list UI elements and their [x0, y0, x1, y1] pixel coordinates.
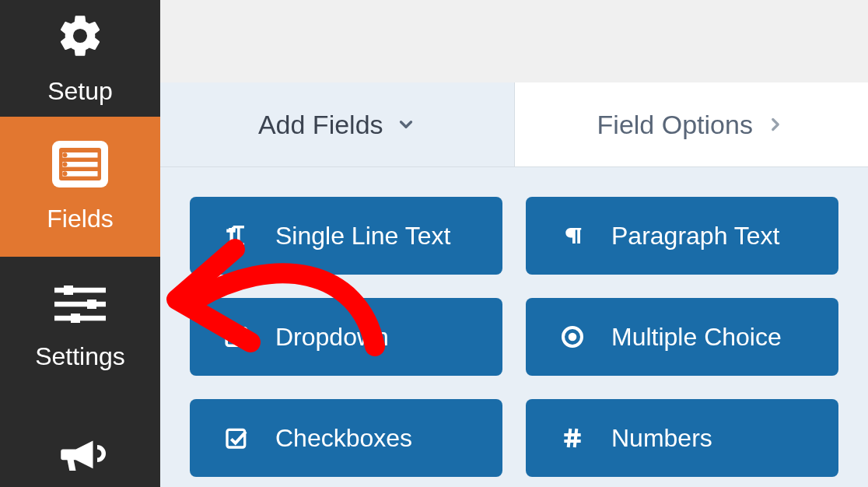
form-fields-icon: [52, 141, 108, 191]
field-single-line-text[interactable]: Single Line Text: [190, 197, 502, 275]
field-multiple-choice[interactable]: Multiple Choice: [526, 298, 838, 376]
sidebar-label-fields: Fields: [47, 205, 113, 233]
svg-rect-13: [71, 314, 80, 323]
svg-point-5: [63, 152, 68, 157]
svg-rect-2: [63, 152, 98, 158]
field-label: Multiple Choice: [611, 323, 782, 352]
sidebar-item-settings[interactable]: Settings: [0, 257, 160, 397]
svg-line-23: [569, 429, 571, 447]
panel-tabs: Add Fields Field Options: [160, 82, 868, 167]
sidebar: Setup Fields Settings: [0, 0, 160, 487]
svg-rect-4: [63, 171, 98, 177]
tab-add-fields[interactable]: Add Fields: [160, 82, 514, 166]
hash-icon: [557, 426, 588, 450]
main-panel: Add Fields Field Options Single Line Tex…: [160, 0, 868, 487]
sidebar-item-fields[interactable]: Fields: [0, 117, 160, 257]
megaphone-icon: [54, 428, 106, 482]
field-label: Numbers: [611, 424, 712, 453]
field-checkboxes[interactable]: Checkboxes: [190, 399, 502, 477]
tab-field-options-label: Field Options: [597, 110, 753, 140]
sliders-icon: [52, 283, 108, 328]
sidebar-label-settings: Settings: [35, 342, 125, 371]
svg-point-6: [63, 162, 68, 166]
top-toolbar: [160, 0, 868, 82]
field-paragraph-text[interactable]: Paragraph Text: [526, 197, 838, 275]
sidebar-item-setup[interactable]: Setup: [0, 0, 160, 117]
radio-icon: [557, 324, 588, 349]
checkbox-icon: [221, 426, 252, 450]
field-label: Single Line Text: [275, 222, 450, 251]
tab-add-fields-label: Add Fields: [258, 110, 383, 140]
chevron-right-icon: [765, 114, 786, 135]
sidebar-label-setup: Setup: [47, 77, 113, 106]
field-grid: Single Line Text Paragraph Text Dropdown…: [160, 167, 868, 487]
svg-point-7: [63, 171, 68, 176]
field-dropdown[interactable]: Dropdown: [190, 298, 502, 376]
svg-rect-11: [64, 286, 73, 295]
app-root: Setup Fields Settings Add Fields: [0, 0, 868, 487]
chevron-down-icon: [396, 114, 416, 135]
field-label: Paragraph Text: [611, 222, 779, 251]
field-numbers[interactable]: Numbers: [526, 399, 838, 477]
text-cursor-icon: [221, 222, 252, 249]
svg-rect-3: [63, 162, 98, 167]
dropdown-icon: [221, 324, 252, 350]
sidebar-item-marketing[interactable]: [0, 397, 160, 482]
tab-field-options[interactable]: Field Options: [514, 82, 869, 166]
field-label: Dropdown: [275, 323, 389, 352]
paragraph-icon: [557, 224, 588, 247]
svg-rect-12: [87, 300, 96, 309]
field-label: Checkboxes: [275, 424, 412, 453]
gear-icon: [56, 12, 104, 63]
svg-point-19: [569, 333, 577, 342]
svg-line-24: [575, 429, 577, 447]
